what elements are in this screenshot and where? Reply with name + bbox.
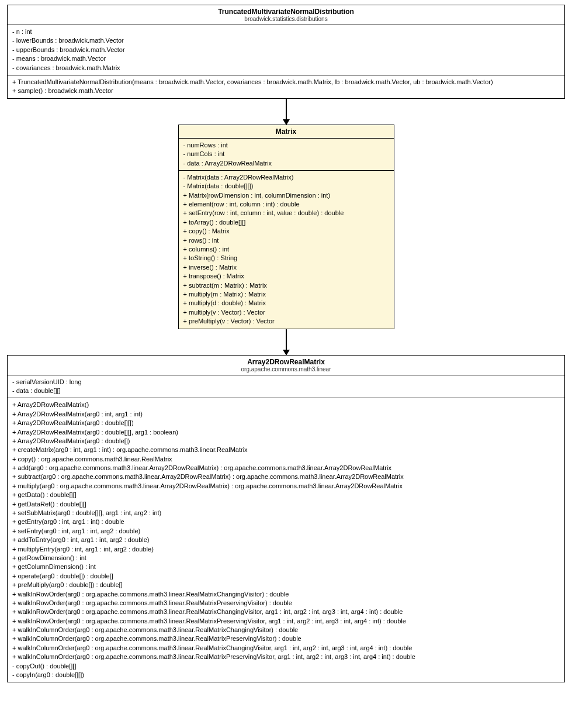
class-attributes: - serialVersionUID : long- data : double… bbox=[8, 375, 564, 398]
dependency-arrow-1 bbox=[0, 99, 572, 125]
member-line: + element(row : int, column : int) : dou… bbox=[183, 200, 389, 209]
member-line: - covariances : broadwick.math.Matrix bbox=[12, 64, 560, 73]
member-line: + getRowDimension() : int bbox=[12, 554, 560, 563]
member-line: + subtract(m : Matrix) : Matrix bbox=[183, 281, 389, 290]
class-package: broadwick.statistics.distributions bbox=[12, 16, 560, 22]
class-attributes: - n : int- lowerBounds : broadwick.math.… bbox=[8, 25, 564, 75]
member-line: - data : double[][] bbox=[12, 387, 560, 395]
class-array2drowrealmatrix: Array2DRowRealMatrix org.apache.commons.… bbox=[7, 355, 565, 683]
member-line: + sample() : broadwick.math.Vector bbox=[12, 87, 560, 95]
member-line: + Array2DRowRealMatrix(arg0 : int, arg1 … bbox=[12, 410, 560, 419]
member-line: + toString() : String bbox=[183, 254, 389, 263]
member-line: - Matrix(data : double[][]) bbox=[183, 182, 389, 191]
member-line: + add(arg0 : org.apache.commons.math3.li… bbox=[12, 464, 560, 472]
member-line: + getData() : double[][] bbox=[12, 491, 560, 499]
class-title: Array2DRowRealMatrix bbox=[12, 358, 560, 366]
member-line: + preMultiply(arg0 : double[]) : double[… bbox=[12, 581, 560, 589]
arrow-head-icon bbox=[283, 350, 290, 356]
member-line: + walkInRowOrder(arg0 : org.apache.commo… bbox=[12, 590, 560, 599]
member-line: + multiplyEntry(arg0 : int, arg1 : int, … bbox=[12, 545, 560, 554]
member-line: + Array2DRowRealMatrix() bbox=[12, 401, 560, 409]
member-line: - numCols : int bbox=[183, 150, 389, 158]
dependency-arrow-2 bbox=[0, 329, 572, 355]
member-line: + rows() : int bbox=[183, 236, 389, 245]
member-line: + Matrix(rowDimension : int, columnDimen… bbox=[183, 191, 389, 200]
member-line: + setEntry(arg0 : int, arg1 : int, arg2 … bbox=[12, 527, 560, 536]
class-operations: + TruncatedMultivariateNormalDistributio… bbox=[8, 75, 564, 98]
member-line: + inverse() : Matrix bbox=[183, 263, 389, 272]
member-line: + setSubMatrix(arg0 : double[][], arg1 :… bbox=[12, 509, 560, 517]
member-line: - lowerBounds : broadwick.math.Vector bbox=[12, 36, 560, 45]
member-line: + TruncatedMultivariateNormalDistributio… bbox=[12, 78, 560, 87]
member-line: - means : broadwick.math.Vector bbox=[12, 54, 560, 63]
member-line: + Array2DRowRealMatrix(arg0 : double[][]… bbox=[12, 428, 560, 437]
member-line: - numRows : int bbox=[183, 141, 389, 150]
member-line: - serialVersionUID : long bbox=[12, 378, 560, 387]
member-line: + subtract(arg0 : org.apache.commons.mat… bbox=[12, 472, 560, 481]
member-line: + getColumnDimension() : int bbox=[12, 563, 560, 571]
member-line: - Matrix(data : Array2DRowRealMatrix) bbox=[183, 173, 389, 182]
member-line: + operate(arg0 : double[]) : double[] bbox=[12, 572, 560, 581]
member-line: + walkInRowOrder(arg0 : org.apache.commo… bbox=[12, 599, 560, 608]
member-line: + setEntry(row : int, column : int, valu… bbox=[183, 209, 389, 218]
member-line: + columns() : int bbox=[183, 245, 389, 254]
member-line: + Array2DRowRealMatrix(arg0 : double[]) bbox=[12, 437, 560, 446]
class-title: Matrix bbox=[183, 127, 389, 136]
member-line: + preMultiply(v : Vector) : Vector bbox=[183, 317, 389, 326]
member-line: + copy() : Matrix bbox=[183, 227, 389, 236]
class-matrix: Matrix - numRows : int- numCols : int- d… bbox=[178, 125, 394, 329]
member-line: + createMatrix(arg0 : int, arg1 : int) :… bbox=[12, 446, 560, 454]
member-line: - upperBounds : broadwick.math.Vector bbox=[12, 46, 560, 54]
member-line: + copy() : org.apache.commons.math3.line… bbox=[12, 455, 560, 464]
member-line: - n : int bbox=[12, 27, 560, 36]
member-line: + multiply(arg0 : org.apache.commons.mat… bbox=[12, 482, 560, 491]
class-truncated-multivariate-normal: TruncatedMultivariateNormalDistribution … bbox=[7, 5, 565, 99]
member-line: + walkInRowOrder(arg0 : org.apache.commo… bbox=[12, 608, 560, 616]
class-operations: + Array2DRowRealMatrix()+ Array2DRowReal… bbox=[8, 398, 564, 682]
member-line: + addToEntry(arg0 : int, arg1 : int, arg… bbox=[12, 536, 560, 544]
class-attributes: - numRows : int- numCols : int- data : A… bbox=[179, 138, 394, 170]
member-line: + getDataRef() : double[][] bbox=[12, 500, 560, 509]
member-line: + transpose() : Matrix bbox=[183, 272, 389, 281]
uml-diagram: TruncatedMultivariateNormalDistribution … bbox=[0, 0, 572, 694]
member-line: + walkInColumnOrder(arg0 : org.apache.co… bbox=[12, 626, 560, 634]
arrow-head-icon bbox=[283, 119, 290, 125]
member-line: - copyOut() : double[][] bbox=[12, 662, 560, 671]
member-line: + walkInColumnOrder(arg0 : org.apache.co… bbox=[12, 634, 560, 643]
member-line: - data : Array2DRowRealMatrix bbox=[183, 159, 389, 168]
member-line: + toArray() : double[][] bbox=[183, 218, 389, 227]
member-line: + walkInRowOrder(arg0 : org.apache.commo… bbox=[12, 617, 560, 626]
member-line: + multiply(d : double) : Matrix bbox=[183, 299, 389, 308]
class-title: TruncatedMultivariateNormalDistribution bbox=[12, 8, 560, 16]
member-line: + Array2DRowRealMatrix(arg0 : double[][]… bbox=[12, 419, 560, 427]
member-line: - copyIn(arg0 : double[][]) bbox=[12, 671, 560, 679]
member-line: + multiply(m : Matrix) : Matrix bbox=[183, 290, 389, 299]
member-line: + walkInColumnOrder(arg0 : org.apache.co… bbox=[12, 653, 560, 661]
member-line: + walkInColumnOrder(arg0 : org.apache.co… bbox=[12, 644, 560, 653]
class-operations: - Matrix(data : Array2DRowRealMatrix)- M… bbox=[179, 170, 394, 329]
class-package: org.apache.commons.math3.linear bbox=[12, 366, 560, 372]
member-line: + getEntry(arg0 : int, arg1 : int) : dou… bbox=[12, 517, 560, 526]
member-line: + multiply(v : Vector) : Vector bbox=[183, 308, 389, 317]
